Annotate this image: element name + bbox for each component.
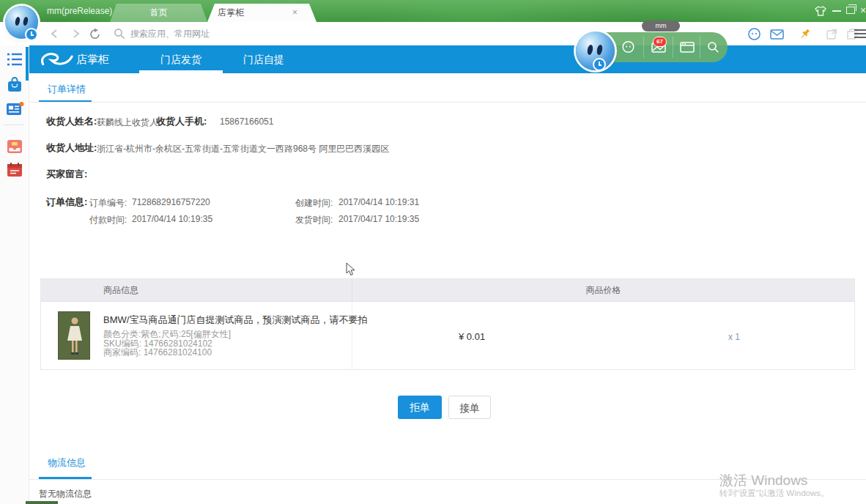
nav-item-store-pickup[interactable]: 门店自提 <box>229 45 299 73</box>
window-title: mm(preRelease) <box>47 0 112 22</box>
receiver-name-value: 获麟线上收货人 <box>97 116 158 129</box>
order-info-label: 订单信息: <box>46 196 87 209</box>
paid-time-value: 2017/04/14 10:19:35 <box>132 214 212 224</box>
mail-icon[interactable] <box>769 22 785 45</box>
header-product-info: 商品信息 <box>41 279 352 301</box>
clock-status-icon <box>25 28 38 41</box>
buyer-message-label: 买家留言: <box>46 168 87 181</box>
receiver-name-label: 收货人姓名: <box>46 115 97 128</box>
sidebar-item-shop-icon[interactable] <box>7 76 23 92</box>
address-label: 收货人地址: <box>46 141 97 155</box>
shipped-time-label: 发货时间: <box>295 214 333 226</box>
reject-order-button[interactable]: 拒单 <box>398 396 442 419</box>
window-icon[interactable] <box>678 32 697 62</box>
refresh-icon[interactable] <box>87 22 102 45</box>
product-table: 商品信息 商品价格 BMW/宝马商品通门店自提测试商品，预演测试商品，请不要拍 … <box>40 278 855 370</box>
receiver-phone-label: 收货人手机: <box>156 115 207 128</box>
created-time-label: 创建时间: <box>295 197 333 210</box>
product-title[interactable]: BMW/宝马商品通门店自提测试商品，预演测试商品，请不要拍 <box>103 314 367 327</box>
product-quantity: x 1 <box>728 332 740 342</box>
logistics-tab[interactable]: 物流信息 <box>48 456 86 470</box>
sidebar-item-list-icon[interactable] <box>7 51 23 67</box>
order-no-value: 7128682916757220 <box>132 197 210 207</box>
tab-close-icon[interactable]: × <box>292 4 297 22</box>
created-time-value: 2017/04/14 10:19:31 <box>338 197 419 207</box>
order-detail-tab[interactable]: 订单详情 <box>48 83 86 96</box>
tab-home-label: 首页 <box>150 7 168 18</box>
paid-time-label: 付款时间: <box>89 214 127 226</box>
back-icon[interactable] <box>48 22 62 45</box>
header-product-price: 商品价格 <box>352 279 854 301</box>
open-external-icon[interactable] <box>824 22 839 45</box>
taskbar-peek-fragment <box>26 501 58 504</box>
nav-item-store-delivery[interactable]: 门店发货 <box>138 45 224 73</box>
sidebar <box>0 45 29 504</box>
shipped-time-value: 2017/04/17 10:19:35 <box>338 214 419 224</box>
accept-order-button[interactable]: 接单 <box>448 396 491 419</box>
scrollbar-thumb[interactable] <box>26 47 29 81</box>
order-detail-page: 订单详情 收货人姓名: 获麟线上收货人 收货人手机: 15867166051 收… <box>29 73 866 504</box>
app-navbar: 店掌柜 门店发货 门店自提 <box>29 45 866 73</box>
logistics-empty-text: 暂无物流信息 <box>39 488 92 500</box>
section-divider <box>29 102 866 103</box>
forward-icon[interactable] <box>69 22 82 45</box>
browser-titlebar: mm(preRelease) 首页 店掌柜 × × <box>0 0 866 22</box>
maximize-button[interactable] <box>846 7 855 14</box>
sidebar-divider <box>4 125 24 125</box>
product-row: BMW/宝马商品通门店自提测试商品，预演测试商品，请不要拍 颜色分类:紫色;尺码… <box>41 302 854 369</box>
app-window: mm(preRelease) 首页 店掌柜 × × 搜索应用、常用网址 <box>0 0 866 504</box>
search-input[interactable]: 搜索应用、常用网址 <box>130 22 210 45</box>
tab-dianzhanggui[interactable]: 店掌柜 × <box>207 4 317 22</box>
order-no-label: 订单编号: <box>89 197 127 210</box>
sidebar-item-inbox-icon[interactable] <box>7 138 23 155</box>
address-value: 浙江省-杭州市-余杭区-五常街道-五常街道文一西路968号 阿里巴巴西溪园区 <box>97 143 389 155</box>
mouse-cursor <box>346 262 355 279</box>
window-preview-tooltip: mm <box>642 21 680 32</box>
clock-status-icon <box>593 58 606 71</box>
product-merchant-code: 商家编码: 14766281024100 <box>103 346 212 359</box>
sidebar-item-notes-icon[interactable] <box>7 162 23 178</box>
search-icon[interactable] <box>112 22 127 45</box>
product-price: ¥ 0.01 <box>459 331 485 342</box>
app-title: 店掌柜 <box>76 45 109 73</box>
search-icon[interactable] <box>703 32 722 62</box>
windows-activation-hint: 转到“设置”以激活 Windows。 <box>719 488 829 499</box>
wangwang-contact-icon[interactable] <box>746 22 762 45</box>
receiver-phone-value: 15867166051 <box>220 116 273 127</box>
menu-icon[interactable] <box>853 22 866 45</box>
product-image[interactable] <box>58 311 90 363</box>
pill-message-badge: 67 <box>653 37 667 47</box>
browser-toolbar: 搜索应用、常用网址 67 <box>0 22 866 45</box>
sidebar-item-news-icon[interactable] <box>7 101 23 117</box>
column-divider <box>352 302 352 369</box>
pin-icon[interactable] <box>797 22 812 45</box>
dianzhanggui-logo-icon <box>38 50 75 72</box>
tab-home[interactable]: 首页 <box>110 4 207 22</box>
chat-icon[interactable] <box>619 32 637 62</box>
tab-active-label: 店掌柜 <box>218 7 244 18</box>
minimize-button[interactable] <box>832 10 841 12</box>
product-table-header: 商品信息 商品价格 <box>41 279 854 302</box>
